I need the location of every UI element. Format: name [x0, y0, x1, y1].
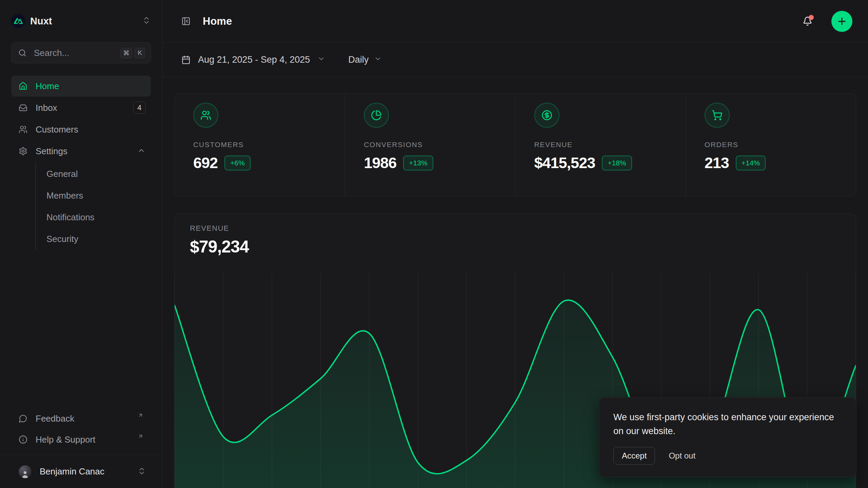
inbox-icon [19, 103, 27, 112]
settings-subnav: General Members Notifications Security [35, 163, 151, 250]
user-avatar [19, 465, 32, 478]
user-name: Benjamin Canac [40, 466, 129, 477]
sidebar-item-security[interactable]: Security [46, 228, 151, 250]
search-input[interactable]: Search... ⌘ K [11, 42, 151, 63]
plus-icon [836, 16, 847, 27]
period-select[interactable]: Daily [348, 55, 382, 65]
dollar-circle-icon [534, 103, 559, 128]
add-button[interactable] [831, 11, 852, 32]
cookie-optout-button[interactable]: Opt out [669, 451, 695, 461]
shopping-cart-icon [705, 103, 730, 128]
stat-label: ORDERS [705, 141, 856, 149]
nuxt-logo [11, 14, 25, 28]
app-root: Nuxt Search... ⌘ K Home Inbox 4 [0, 0, 868, 488]
stat-delta-badge: +14% [736, 156, 766, 170]
notification-dot [809, 15, 814, 20]
user-menu[interactable]: Benjamin Canac [11, 455, 151, 488]
kbd-k: K [135, 48, 145, 58]
team-selector[interactable]: Nuxt [11, 14, 151, 28]
notifications-button[interactable] [803, 16, 812, 26]
help-support-link[interactable]: Help & Support [11, 429, 151, 450]
chevron-down-icon [317, 55, 325, 65]
message-circle-icon [19, 414, 27, 423]
stat-delta-badge: +6% [224, 156, 251, 170]
chevron-down-icon [374, 55, 382, 65]
sidebar-nav: Home Inbox 4 Customers Settings General [11, 76, 151, 408]
stat-value: 213 [705, 154, 729, 172]
info-icon [19, 435, 27, 444]
stat-delta-badge: +13% [403, 156, 433, 170]
sidebar-item-general[interactable]: General [46, 163, 151, 185]
cookie-accept-button[interactable]: Accept [613, 447, 655, 465]
chevrons-up-down-icon [142, 16, 151, 26]
brand-name: Nuxt [30, 16, 137, 27]
sidebar-item-inbox[interactable]: Inbox 4 [11, 97, 151, 118]
sidebar: Nuxt Search... ⌘ K Home Inbox 4 [0, 0, 162, 488]
chevron-up-icon [137, 146, 145, 156]
sidebar-item-notifications[interactable]: Notifications [46, 206, 151, 228]
stat-customers: CUSTOMERS 692 +6% [175, 94, 345, 196]
gear-icon [19, 147, 27, 156]
stat-delta-badge: +18% [602, 156, 632, 170]
users-icon [193, 103, 218, 128]
page-header: Home [162, 0, 868, 43]
revenue-chart-label: REVENUE [190, 224, 841, 233]
sidebar-item-settings[interactable]: Settings [11, 141, 151, 162]
period-label: Daily [348, 55, 369, 65]
external-link-icon [138, 412, 143, 420]
sidebar-item-home[interactable]: Home [11, 76, 151, 97]
users-icon [19, 125, 27, 134]
calendar-icon [181, 55, 191, 64]
stat-value: $415,523 [534, 154, 595, 172]
date-range-picker[interactable]: Aug 21, 2025 - Sep 4, 2025 [181, 55, 325, 65]
stat-label: CUSTOMERS [193, 141, 345, 149]
feedback-link[interactable]: Feedback [11, 408, 151, 429]
stat-conversions: CONVERSIONS 1986 +13% [345, 94, 515, 196]
stat-orders: ORDERS 213 +14% [686, 94, 856, 196]
revenue-chart-value: $79,234 [190, 237, 841, 257]
stat-value: 692 [193, 154, 218, 172]
search-icon [18, 49, 26, 57]
inbox-count-badge: 4 [133, 102, 145, 114]
stat-label: CONVERSIONS [364, 141, 515, 149]
stat-label: REVENUE [534, 141, 686, 149]
sidebar-collapse-button[interactable] [181, 17, 191, 26]
date-range-label: Aug 21, 2025 - Sep 4, 2025 [198, 55, 310, 65]
cookie-banner: We use first-party cookies to enhance yo… [599, 397, 856, 477]
panel-left-close-icon [181, 17, 191, 26]
home-icon [19, 82, 27, 90]
page-title: Home [203, 15, 232, 27]
stats-card: CUSTOMERS 692 +6% CONVERSIONS 1986 +13% [174, 93, 856, 197]
search-placeholder: Search... [34, 48, 120, 58]
chart-pie-icon [364, 103, 389, 128]
kbd-cmd: ⌘ [120, 48, 132, 58]
sidebar-item-members[interactable]: Members [46, 185, 151, 206]
stat-revenue: REVENUE $415,523 +18% [515, 94, 686, 196]
cookie-message: We use first-party cookies to enhance yo… [613, 410, 842, 438]
chevrons-up-down-icon [137, 467, 146, 477]
sidebar-footer: Feedback Help & Support Benjamin Canac [11, 408, 151, 488]
sidebar-item-customers[interactable]: Customers [11, 119, 151, 140]
stat-value: 1986 [364, 154, 396, 172]
external-link-icon [138, 433, 143, 441]
filters-toolbar: Aug 21, 2025 - Sep 4, 2025 Daily [162, 43, 868, 77]
